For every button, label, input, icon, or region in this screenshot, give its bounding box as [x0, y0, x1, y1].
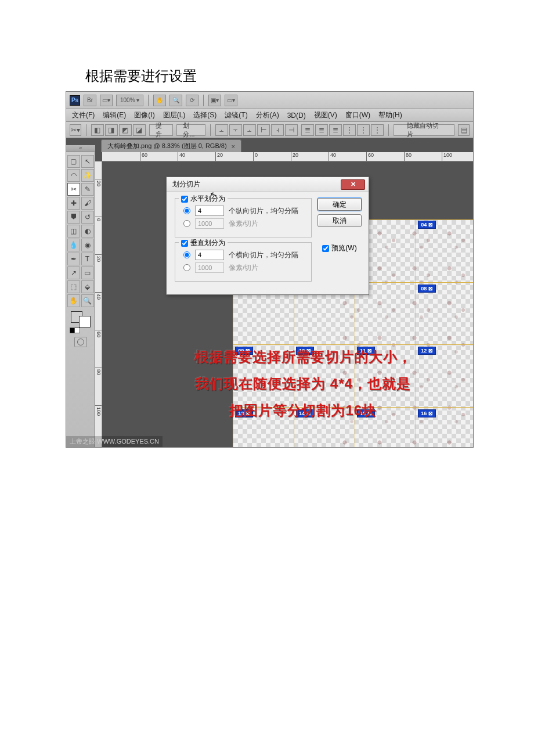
zoom-level[interactable]: 100% ▾	[116, 95, 143, 106]
menu-select[interactable]: 选择(S)	[190, 109, 220, 121]
move-tool-icon[interactable]: ↖	[81, 155, 94, 168]
v-group-label: 垂直划分为	[190, 238, 225, 248]
dialog-titlebar[interactable]: 划分切片 ✕	[167, 177, 369, 192]
dist-bottom-icon[interactable]: ≣	[329, 124, 342, 136]
divide-button[interactable]: 划分...	[176, 124, 205, 136]
slice-badge[interactable]: 04	[418, 221, 436, 229]
v-pixels-radio[interactable]	[183, 264, 190, 271]
preview-checkbox[interactable]	[322, 245, 329, 252]
rotate-icon[interactable]: ⟳	[186, 95, 199, 106]
heal-tool-icon[interactable]: ✚	[67, 197, 80, 210]
v-evenly-radio[interactable]	[183, 251, 190, 258]
menu-window[interactable]: 窗口(W)	[342, 109, 374, 121]
wand-tool-icon[interactable]: ✨	[81, 169, 94, 182]
dist-top-icon[interactable]: ≣	[301, 124, 314, 136]
eyedropper-tool-icon[interactable]: ✎	[81, 183, 94, 196]
dist-vcenter-icon[interactable]: ≣	[315, 124, 328, 136]
toolbox-collapse-icon[interactable]: «	[66, 145, 95, 152]
type-tool-icon[interactable]: T	[81, 253, 94, 265]
menu-image[interactable]: 图像(I)	[131, 109, 158, 121]
brush-tool-icon[interactable]: 🖌	[81, 197, 94, 210]
menu-layer[interactable]: 图层(L)	[160, 109, 189, 121]
promote-button[interactable]: 提升	[149, 124, 174, 136]
menu-3d[interactable]: 3D(D)	[284, 110, 309, 121]
separator	[203, 95, 204, 106]
align-bottom-icon[interactable]: ⫠	[243, 124, 256, 136]
photoshop-screenshot: Ps Br ▭▾ 100% ▾ ✋ 🔍 ⟳ ▣▾ ▭▾ 文件(F) 编辑(E) …	[66, 91, 474, 448]
align-vcenter-icon[interactable]: ⫟	[229, 124, 242, 136]
3d-tool-icon[interactable]: ⬚	[67, 280, 80, 293]
default-colors-icon2[interactable]	[74, 327, 80, 333]
v-count-input[interactable]	[195, 250, 224, 260]
dist-right-icon[interactable]: ⋮	[371, 124, 384, 136]
h-count-input[interactable]	[195, 206, 224, 216]
hand-tool-icon[interactable]: ✋	[67, 294, 80, 307]
hide-auto-slice-button[interactable]: 隐藏自动切片	[394, 124, 454, 136]
cancel-button[interactable]: 取消	[317, 214, 362, 227]
history-brush-icon[interactable]: ↺	[81, 211, 94, 224]
align-top-icon[interactable]: ⫠	[215, 124, 228, 136]
hand-icon[interactable]: ✋	[153, 95, 166, 106]
menu-view[interactable]: 视图(V)	[311, 109, 341, 121]
lasso-tool-icon[interactable]: ◠	[67, 169, 80, 182]
quick-mask-icon[interactable]	[74, 337, 87, 347]
v-enable-checkbox[interactable]	[181, 240, 188, 247]
toolbox: ▢↖ ◠✨ ✂✎ ✚🖌 ⛊↺ ◫◐ 💧◉ ✒T ↗▭ ⬚⬙ ✋🔍	[66, 152, 95, 447]
stamp-tool-icon[interactable]: ⛊	[67, 211, 80, 224]
screen-mode-icon[interactable]: ▣▾	[208, 95, 221, 106]
ok-button[interactable]: 确定	[317, 198, 362, 211]
stack-order-group: ◧ ◨ ◩ ◪	[91, 124, 146, 136]
align-right-icon[interactable]: ⊣	[285, 124, 298, 136]
dialog-close-button[interactable]: ✕	[341, 179, 365, 190]
dialog-title: 划分切片	[172, 179, 200, 189]
tab-label: 大梅岭叠加.png @ 8.33% (图层 0, RGB/8)	[107, 142, 227, 150]
h-group-label: 水平划分为	[190, 194, 225, 204]
path-tool-icon[interactable]: ↗	[67, 267, 80, 279]
dodge-tool-icon[interactable]: ◉	[81, 239, 94, 251]
v-pixels-input	[195, 262, 224, 273]
pen-tool-icon[interactable]: ✒	[67, 253, 80, 265]
dist-hcenter-icon[interactable]: ⋮	[357, 124, 370, 136]
arrange-icon[interactable]: ▭▾	[225, 95, 237, 106]
marquee-tool-icon[interactable]: ▢	[67, 155, 80, 168]
slice-options-icon[interactable]: ▤	[458, 124, 470, 136]
ps-logo-icon: Ps	[70, 95, 80, 106]
background-swatch[interactable]	[79, 316, 91, 327]
dist-left-icon[interactable]: ⋮	[343, 124, 356, 136]
bring-forward-icon[interactable]: ◨	[105, 124, 118, 136]
menu-filter[interactable]: 滤镜(T)	[221, 109, 251, 121]
h-pixels-radio[interactable]	[183, 220, 190, 227]
document-tab[interactable]: 大梅岭叠加.png @ 8.33% (图层 0, RGB/8) ×	[101, 139, 241, 152]
h-evenly-radio[interactable]	[183, 207, 190, 214]
h-enable-checkbox[interactable]	[181, 196, 188, 203]
eraser-tool-icon[interactable]: ◫	[67, 225, 80, 237]
h-pixels-label: 像素/切片	[229, 219, 258, 229]
preview-label: 预览(W)	[331, 243, 356, 253]
zoom-icon[interactable]: 🔍	[169, 95, 182, 106]
send-backward-icon[interactable]: ◩	[119, 124, 132, 136]
menu-edit[interactable]: 编辑(E)	[99, 109, 129, 121]
slice-tool-icon[interactable]: ✂	[67, 183, 80, 196]
zoom-tool-icon[interactable]: 🔍	[81, 294, 94, 307]
gradient-tool-icon[interactable]: ◐	[81, 225, 94, 237]
align-left-icon[interactable]: ⊢	[257, 124, 270, 136]
menu-analysis[interactable]: 分析(A)	[252, 109, 283, 121]
slice-badge[interactable]: 08	[418, 285, 436, 293]
annotation-line1: 根据需要选择所需要切片的大小，	[140, 344, 466, 370]
blur-tool-icon[interactable]: 💧	[67, 239, 80, 251]
shape-tool-icon[interactable]: ▭	[81, 267, 94, 279]
align-hcenter-icon[interactable]: ⫞	[271, 124, 284, 136]
menu-help[interactable]: 帮助(H)	[375, 109, 406, 121]
menu-bar: 文件(F) 编辑(E) 图像(I) 图层(L) 选择(S) 滤镜(T) 分析(A…	[66, 109, 473, 122]
vertical-fieldset: 垂直划分为 个横向切片，均匀分隔 像素/切片	[175, 242, 312, 282]
app-ribbon: Ps Br ▭▾ 100% ▾ ✋ 🔍 ⟳ ▣▾ ▭▾	[66, 92, 473, 109]
slice-tool-icon[interactable]: ✂▾	[70, 124, 81, 136]
bring-front-icon[interactable]: ◧	[91, 124, 104, 136]
menu-file[interactable]: 文件(F)	[68, 109, 98, 121]
history-icon[interactable]: ▭▾	[100, 95, 113, 106]
bridge-icon[interactable]: Br	[84, 95, 96, 106]
color-swatches[interactable]	[71, 311, 91, 327]
3d-camera-icon[interactable]: ⬙	[81, 280, 94, 293]
tab-close-icon[interactable]: ×	[232, 143, 235, 150]
send-back-icon[interactable]: ◪	[133, 124, 146, 136]
